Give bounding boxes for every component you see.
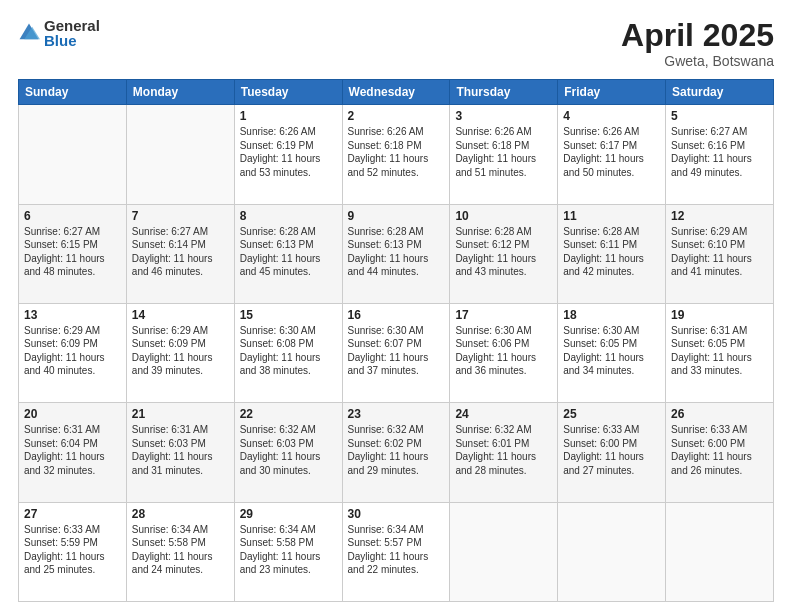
day-info: Sunrise: 6:26 AM Sunset: 6:19 PM Dayligh…: [240, 125, 337, 179]
day-info: Sunrise: 6:33 AM Sunset: 6:00 PM Dayligh…: [671, 423, 768, 477]
header-tuesday: Tuesday: [234, 80, 342, 105]
day-number: 13: [24, 308, 121, 322]
calendar-cell: 25Sunrise: 6:33 AM Sunset: 6:00 PM Dayli…: [558, 403, 666, 502]
day-info: Sunrise: 6:28 AM Sunset: 6:13 PM Dayligh…: [348, 225, 445, 279]
day-info: Sunrise: 6:27 AM Sunset: 6:14 PM Dayligh…: [132, 225, 229, 279]
day-info: Sunrise: 6:26 AM Sunset: 6:17 PM Dayligh…: [563, 125, 660, 179]
day-info: Sunrise: 6:32 AM Sunset: 6:02 PM Dayligh…: [348, 423, 445, 477]
calendar-week-3: 13Sunrise: 6:29 AM Sunset: 6:09 PM Dayli…: [19, 303, 774, 402]
day-number: 30: [348, 507, 445, 521]
calendar-cell: 10Sunrise: 6:28 AM Sunset: 6:12 PM Dayli…: [450, 204, 558, 303]
header-saturday: Saturday: [666, 80, 774, 105]
day-info: Sunrise: 6:30 AM Sunset: 6:05 PM Dayligh…: [563, 324, 660, 378]
day-info: Sunrise: 6:27 AM Sunset: 6:15 PM Dayligh…: [24, 225, 121, 279]
day-info: Sunrise: 6:31 AM Sunset: 6:04 PM Dayligh…: [24, 423, 121, 477]
calendar-cell: 4Sunrise: 6:26 AM Sunset: 6:17 PM Daylig…: [558, 105, 666, 204]
calendar-cell: 14Sunrise: 6:29 AM Sunset: 6:09 PM Dayli…: [126, 303, 234, 402]
calendar-cell: 2Sunrise: 6:26 AM Sunset: 6:18 PM Daylig…: [342, 105, 450, 204]
title-block: April 2025 Gweta, Botswana: [621, 18, 774, 69]
day-info: Sunrise: 6:30 AM Sunset: 6:08 PM Dayligh…: [240, 324, 337, 378]
day-number: 25: [563, 407, 660, 421]
day-info: Sunrise: 6:28 AM Sunset: 6:12 PM Dayligh…: [455, 225, 552, 279]
day-number: 10: [455, 209, 552, 223]
weekday-header-row: Sunday Monday Tuesday Wednesday Thursday…: [19, 80, 774, 105]
day-info: Sunrise: 6:28 AM Sunset: 6:11 PM Dayligh…: [563, 225, 660, 279]
calendar-table: Sunday Monday Tuesday Wednesday Thursday…: [18, 79, 774, 602]
calendar-cell: 29Sunrise: 6:34 AM Sunset: 5:58 PM Dayli…: [234, 502, 342, 601]
calendar-cell: 16Sunrise: 6:30 AM Sunset: 6:07 PM Dayli…: [342, 303, 450, 402]
day-info: Sunrise: 6:30 AM Sunset: 6:07 PM Dayligh…: [348, 324, 445, 378]
day-info: Sunrise: 6:33 AM Sunset: 6:00 PM Dayligh…: [563, 423, 660, 477]
day-info: Sunrise: 6:33 AM Sunset: 5:59 PM Dayligh…: [24, 523, 121, 577]
day-number: 21: [132, 407, 229, 421]
day-info: Sunrise: 6:28 AM Sunset: 6:13 PM Dayligh…: [240, 225, 337, 279]
logo: General Blue: [18, 18, 100, 48]
logo-icon: [18, 22, 40, 44]
day-info: Sunrise: 6:31 AM Sunset: 6:03 PM Dayligh…: [132, 423, 229, 477]
day-info: Sunrise: 6:34 AM Sunset: 5:57 PM Dayligh…: [348, 523, 445, 577]
day-number: 4: [563, 109, 660, 123]
day-number: 29: [240, 507, 337, 521]
day-number: 23: [348, 407, 445, 421]
day-number: 1: [240, 109, 337, 123]
day-info: Sunrise: 6:32 AM Sunset: 6:01 PM Dayligh…: [455, 423, 552, 477]
day-number: 8: [240, 209, 337, 223]
calendar-week-4: 20Sunrise: 6:31 AM Sunset: 6:04 PM Dayli…: [19, 403, 774, 502]
title-location: Gweta, Botswana: [621, 53, 774, 69]
calendar-cell: [666, 502, 774, 601]
day-number: 24: [455, 407, 552, 421]
day-number: 28: [132, 507, 229, 521]
calendar-cell: 12Sunrise: 6:29 AM Sunset: 6:10 PM Dayli…: [666, 204, 774, 303]
day-number: 3: [455, 109, 552, 123]
day-number: 19: [671, 308, 768, 322]
calendar-cell: 22Sunrise: 6:32 AM Sunset: 6:03 PM Dayli…: [234, 403, 342, 502]
calendar-cell: 9Sunrise: 6:28 AM Sunset: 6:13 PM Daylig…: [342, 204, 450, 303]
calendar-cell: [126, 105, 234, 204]
header-sunday: Sunday: [19, 80, 127, 105]
calendar-cell: 1Sunrise: 6:26 AM Sunset: 6:19 PM Daylig…: [234, 105, 342, 204]
logo-blue-text: Blue: [44, 33, 100, 48]
calendar-cell: 28Sunrise: 6:34 AM Sunset: 5:58 PM Dayli…: [126, 502, 234, 601]
calendar-cell: [558, 502, 666, 601]
calendar-cell: 6Sunrise: 6:27 AM Sunset: 6:15 PM Daylig…: [19, 204, 127, 303]
calendar-cell: 27Sunrise: 6:33 AM Sunset: 5:59 PM Dayli…: [19, 502, 127, 601]
header-thursday: Thursday: [450, 80, 558, 105]
calendar-cell: 5Sunrise: 6:27 AM Sunset: 6:16 PM Daylig…: [666, 105, 774, 204]
day-number: 14: [132, 308, 229, 322]
day-info: Sunrise: 6:29 AM Sunset: 6:10 PM Dayligh…: [671, 225, 768, 279]
day-info: Sunrise: 6:31 AM Sunset: 6:05 PM Dayligh…: [671, 324, 768, 378]
day-number: 6: [24, 209, 121, 223]
day-number: 17: [455, 308, 552, 322]
logo-general-text: General: [44, 18, 100, 33]
calendar-cell: 3Sunrise: 6:26 AM Sunset: 6:18 PM Daylig…: [450, 105, 558, 204]
calendar-week-5: 27Sunrise: 6:33 AM Sunset: 5:59 PM Dayli…: [19, 502, 774, 601]
day-number: 5: [671, 109, 768, 123]
header: General Blue April 2025 Gweta, Botswana: [18, 18, 774, 69]
header-monday: Monday: [126, 80, 234, 105]
calendar-cell: 26Sunrise: 6:33 AM Sunset: 6:00 PM Dayli…: [666, 403, 774, 502]
day-info: Sunrise: 6:26 AM Sunset: 6:18 PM Dayligh…: [455, 125, 552, 179]
day-info: Sunrise: 6:32 AM Sunset: 6:03 PM Dayligh…: [240, 423, 337, 477]
title-month: April 2025: [621, 18, 774, 53]
calendar-cell: 21Sunrise: 6:31 AM Sunset: 6:03 PM Dayli…: [126, 403, 234, 502]
calendar-cell: 8Sunrise: 6:28 AM Sunset: 6:13 PM Daylig…: [234, 204, 342, 303]
day-number: 16: [348, 308, 445, 322]
day-number: 26: [671, 407, 768, 421]
calendar-cell: [450, 502, 558, 601]
day-info: Sunrise: 6:29 AM Sunset: 6:09 PM Dayligh…: [132, 324, 229, 378]
day-info: Sunrise: 6:30 AM Sunset: 6:06 PM Dayligh…: [455, 324, 552, 378]
calendar-cell: 15Sunrise: 6:30 AM Sunset: 6:08 PM Dayli…: [234, 303, 342, 402]
day-number: 7: [132, 209, 229, 223]
day-info: Sunrise: 6:26 AM Sunset: 6:18 PM Dayligh…: [348, 125, 445, 179]
day-number: 22: [240, 407, 337, 421]
calendar-cell: 19Sunrise: 6:31 AM Sunset: 6:05 PM Dayli…: [666, 303, 774, 402]
calendar-cell: 7Sunrise: 6:27 AM Sunset: 6:14 PM Daylig…: [126, 204, 234, 303]
calendar-cell: 11Sunrise: 6:28 AM Sunset: 6:11 PM Dayli…: [558, 204, 666, 303]
day-number: 2: [348, 109, 445, 123]
calendar-cell: [19, 105, 127, 204]
calendar-cell: 24Sunrise: 6:32 AM Sunset: 6:01 PM Dayli…: [450, 403, 558, 502]
day-number: 18: [563, 308, 660, 322]
calendar-cell: 17Sunrise: 6:30 AM Sunset: 6:06 PM Dayli…: [450, 303, 558, 402]
header-friday: Friday: [558, 80, 666, 105]
day-info: Sunrise: 6:34 AM Sunset: 5:58 PM Dayligh…: [240, 523, 337, 577]
